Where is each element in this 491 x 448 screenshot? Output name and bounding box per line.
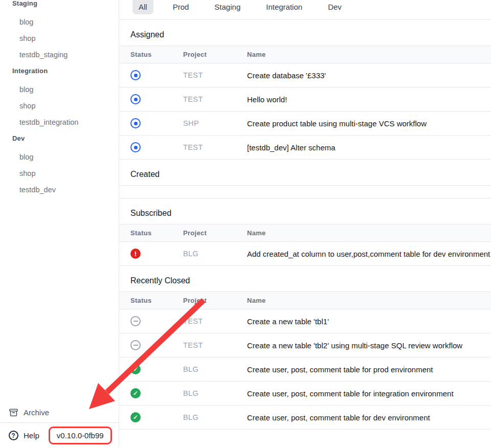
issue-status-cell [119,118,183,128]
sidebar-item-database[interactable]: testdb_dev [0,182,119,198]
issue-open-icon [130,142,141,152]
sidebar-environment-label: Dev [0,130,119,147]
table-header-row: StatusProjectName [119,46,491,63]
sidebar-item-database[interactable]: shop [0,165,119,182]
column-header: Name [247,297,491,304]
column-header: Status [119,51,183,58]
column-header: Status [119,297,183,304]
column-header: Name [247,51,491,58]
issue-done-icon: ✓ [130,388,141,398]
tab-all[interactable]: All [132,0,153,14]
sidebar-environment-label: Staging [0,0,119,12]
issue-project: BLG [183,365,247,373]
issue-row[interactable]: ✓BLGCreate user, post, comment table for… [119,382,491,406]
sidebar-item-database[interactable]: blog [0,149,119,165]
issue-status-cell [119,316,183,326]
archive-icon [8,408,18,418]
issue-project: TEST [183,317,247,325]
issue-status-cell: ✓ [119,412,183,422]
issue-row[interactable]: SHPCreate product table using multi-stag… [119,111,491,136]
issue-canceled-icon [130,316,141,326]
issue-row[interactable]: ✓BLGCreate user, post, comment table for… [119,357,491,382]
issue-row[interactable]: TESTCreate a new table 'tbl2' using mult… [119,333,491,357]
issue-section: Created [119,160,491,198]
issue-name: Create product table using multi-stage V… [247,119,491,128]
column-header: Status [119,229,183,237]
issue-error-icon: ! [130,249,141,259]
sidebar-item-database[interactable]: shop [0,30,119,47]
issue-row[interactable]: TESTHello world! [119,87,491,111]
issue-name: Create a new table 'tbl2' using multi-st… [247,341,491,350]
sidebar-item-database[interactable]: blog [0,14,119,30]
issue-project: BLG [183,250,247,258]
column-header: Project [183,229,247,237]
tab-integration[interactable]: Integration [260,0,308,14]
sidebar-item-database[interactable]: testdb_staging [0,47,119,63]
issue-project: TEST [183,95,247,103]
column-header: Project [183,51,247,58]
empty-table-body [119,185,491,198]
issue-section: AssignedStatusProjectNameTESTCreate data… [119,20,491,160]
issue-project: TEST [183,143,247,151]
issue-status-cell [119,142,183,152]
issue-row[interactable]: TESTCreate a new table 'tbl1' [119,309,491,333]
column-header: Project [183,297,247,304]
column-header: Name [247,229,491,237]
tab-prod[interactable]: Prod [167,0,195,14]
sidebar-environment-label: Integration [0,63,119,79]
section-title: Created [119,160,491,185]
issue-name: Create database '£333' [247,71,491,80]
issue-name: Add created_at column to user,post,comme… [247,250,491,258]
issue-name: Create user, post, comment table for int… [247,389,491,398]
issue-name: Create user, post, comment table for pro… [247,365,491,374]
issue-project: SHP [183,119,247,127]
sidebar-item-database[interactable]: shop [0,98,119,114]
issue-row[interactable]: !BLGAdd created_at column to user,post,c… [119,242,491,266]
issue-sections: AssignedStatusProjectNameTESTCreate data… [119,20,491,430]
environment-tab-bar: AllProdStagingIntegrationDev [119,0,491,20]
issue-open-icon [130,70,141,80]
issue-status-cell: ! [119,249,183,259]
issue-project: BLG [183,389,247,397]
section-title: Recently Closed [119,266,491,292]
sidebar-footer: Archive ? Help v0.10.0-0fb99 [0,402,119,448]
issue-open-icon [130,94,141,104]
issue-done-icon: ✓ [130,364,141,374]
issue-open-icon [130,118,141,128]
issue-status-cell: ✓ [119,388,183,398]
dashboard-page: Stagingblogshoptestdb_stagingIntegration… [0,0,491,448]
issue-section: Recently ClosedStatusProjectNameTESTCrea… [119,266,491,430]
section-title: Assigned [119,20,491,46]
table-header-row: StatusProjectName [119,224,491,242]
issue-row[interactable]: TESTCreate database '£333' [119,63,491,87]
issue-section: SubscribedStatusProjectName!BLGAdd creat… [119,198,491,266]
table-header-row: StatusProjectName [119,292,491,309]
archive-label: Archive [24,408,49,417]
issue-name: Create user, post, comment table for dev… [247,413,491,422]
issue-name: Hello world! [247,95,491,104]
sidebar-item-database[interactable]: blog [0,81,119,98]
issue-project: TEST [183,71,247,79]
sidebar-item-database[interactable]: testdb_integration [0,114,119,130]
help-icon[interactable]: ? [8,431,18,441]
issue-status-cell [119,94,183,104]
issue-status-cell: ✓ [119,364,183,374]
issue-project: BLG [183,413,247,421]
issue-status-cell [119,340,183,350]
issue-row[interactable]: ✓BLGCreate user, post, comment table for… [119,406,491,430]
environment-database-tree: Stagingblogshoptestdb_stagingIntegration… [0,0,119,198]
issue-row[interactable]: TEST[testdb_dev] Alter schema [119,136,491,160]
help-row: ? Help v0.10.0-0fb99 [0,423,119,448]
tab-staging[interactable]: Staging [208,0,247,14]
archive-button[interactable]: Archive [0,402,119,423]
main-content: AllProdStagingIntegrationDev AssignedSta… [119,0,491,448]
help-label[interactable]: Help [24,431,39,440]
sidebar: Stagingblogshoptestdb_stagingIntegration… [0,0,119,448]
issue-status-cell [119,70,183,80]
issue-done-icon: ✓ [130,412,141,422]
issue-canceled-icon [130,340,141,350]
tab-dev[interactable]: Dev [322,0,348,14]
version-badge: v0.10.0-0fb99 [49,427,112,444]
issue-name: Create a new table 'tbl1' [247,317,491,326]
issue-project: TEST [183,341,247,349]
